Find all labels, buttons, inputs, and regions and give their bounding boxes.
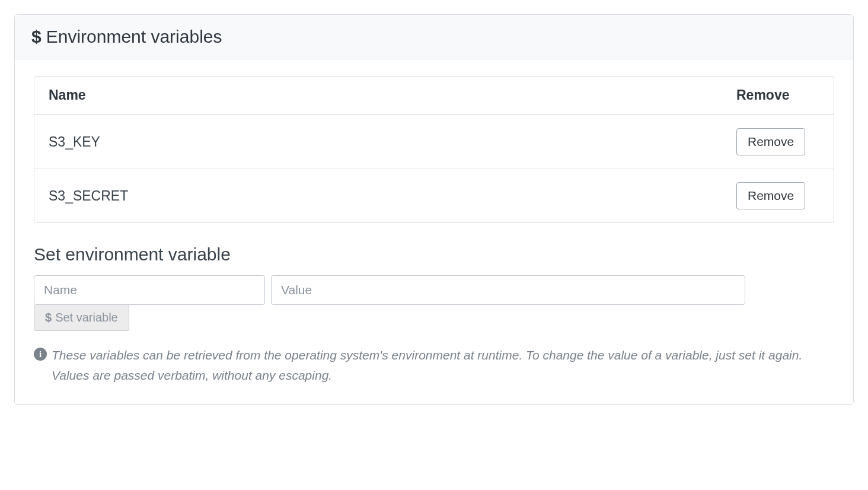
panel-body: Name Remove S3_KEY Remove S3_SECRET Remo… bbox=[15, 59, 853, 404]
variable-value-input[interactable] bbox=[271, 275, 745, 305]
set-variable-heading: Set environment variable bbox=[34, 244, 834, 265]
help-note: i These variables can be retrieved from … bbox=[34, 345, 834, 385]
input-row bbox=[34, 275, 834, 305]
set-variable-section: Set environment variable $ Set variable … bbox=[34, 244, 834, 385]
env-vars-table: Name Remove S3_KEY Remove S3_SECRET Remo… bbox=[34, 76, 834, 223]
col-header-remove: Remove bbox=[736, 87, 819, 103]
help-text: These variables can be retrieved from th… bbox=[52, 345, 834, 385]
set-variable-button[interactable]: $ Set variable bbox=[34, 305, 129, 331]
remove-button[interactable]: Remove bbox=[736, 128, 805, 155]
panel-header: $ Environment variables bbox=[15, 15, 853, 59]
table-row: S3_KEY Remove bbox=[34, 115, 834, 169]
dollar-icon: $ bbox=[31, 27, 42, 47]
dollar-icon: $ bbox=[45, 311, 52, 324]
info-icon: i bbox=[34, 348, 47, 361]
col-header-name: Name bbox=[49, 87, 736, 103]
table-row: S3_SECRET Remove bbox=[34, 169, 834, 222]
table-header: Name Remove bbox=[34, 77, 834, 115]
var-name: S3_SECRET bbox=[49, 188, 736, 204]
panel-title: Environment variables bbox=[46, 27, 222, 47]
variable-name-input[interactable] bbox=[34, 275, 265, 305]
remove-button[interactable]: Remove bbox=[736, 182, 805, 209]
set-variable-button-label: Set variable bbox=[55, 311, 118, 324]
var-name: S3_KEY bbox=[49, 134, 736, 150]
env-vars-panel: $ Environment variables Name Remove S3_K… bbox=[14, 14, 854, 405]
